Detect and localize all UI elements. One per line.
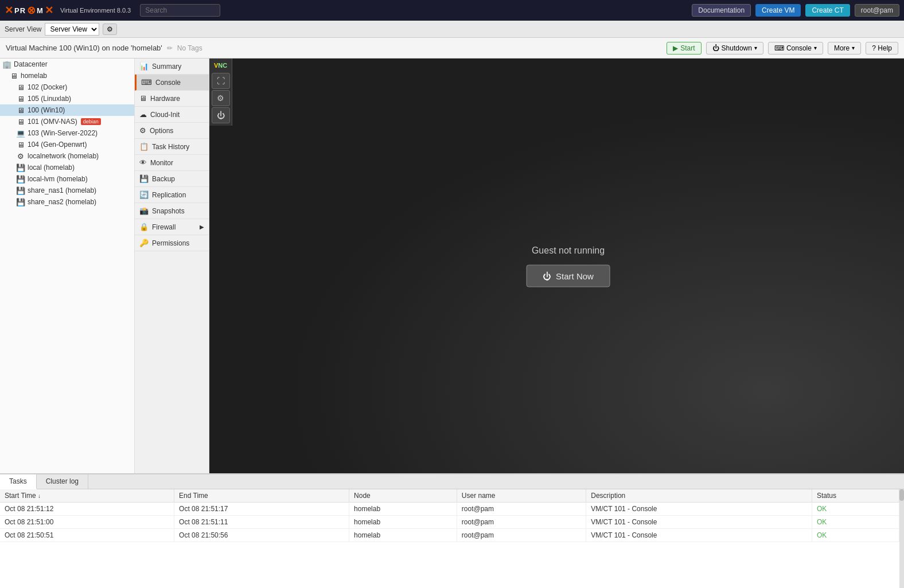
snapshots-icon: 📸	[139, 207, 149, 215]
nav-item-console[interactable]: ⌨ Console	[135, 75, 209, 91]
server-view-bar: Server View Server View ⚙	[0, 21, 904, 38]
fullscreen-icon: ⛶	[217, 76, 225, 85]
more-button[interactable]: More	[828, 42, 861, 54]
sidebar-item-105[interactable]: 🖥 105 (Linuxlab)	[0, 93, 134, 104]
console-area: VNC ⛶ ⚙ ⏻ Guest not running ⏻ Start Now	[209, 59, 904, 473]
vm-icon-104: 🖥	[16, 140, 25, 149]
cell-end-time: Oct 08 21:51:17	[174, 503, 349, 516]
task-table: Start Time ↓ End Time Node User name Des…	[0, 489, 899, 588]
logo-text2: M	[37, 6, 44, 15]
col-status[interactable]: Status	[812, 489, 899, 503]
sort-icon: ↓	[38, 493, 41, 499]
share-nas2-icon: 💾	[16, 197, 25, 207]
power-icon: ⏻	[217, 111, 225, 120]
homelab-icon: 🖥	[9, 71, 18, 80]
start-now-button[interactable]: ⏻ Start Now	[526, 264, 610, 287]
bottom-tabs: Tasks Cluster log	[0, 474, 904, 489]
chevron-right-icon: ▶	[200, 224, 204, 230]
cell-end-time: Oct 08 21:51:11	[174, 516, 349, 529]
sidebar-item-homelab[interactable]: 🖥 homelab	[0, 70, 134, 81]
nav-item-firewall[interactable]: 🔒 Firewall ▶	[135, 219, 209, 235]
body-split: 🏢 Datacenter 🖥 homelab 🖥 102 (Docker) 🖥 …	[0, 59, 904, 473]
nav-item-monitor[interactable]: 👁 Monitor	[135, 155, 209, 171]
logo: ✕ PR ⊗ M ✕	[5, 4, 53, 17]
help-icon: ?	[872, 44, 876, 52]
cell-node: homelab	[349, 516, 457, 529]
sidebar-item-local[interactable]: 💾 local (homelab)	[0, 162, 134, 173]
gear-icon: ⚙	[217, 94, 224, 103]
help-button[interactable]: ? Help	[866, 42, 898, 54]
localnetwork-icon: ⚙	[16, 151, 25, 161]
col-node[interactable]: Node	[349, 489, 457, 503]
table-row[interactable]: Oct 08 21:50:51 Oct 08 21:50:56 homelab …	[0, 529, 899, 542]
sidebar-item-100[interactable]: 🖥 100 (Win10)	[0, 104, 134, 116]
vm-icon-100: 🖥	[16, 106, 25, 115]
sidebar-item-share-nas2[interactable]: 💾 share_nas2 (homelab)	[0, 196, 134, 208]
tab-tasks[interactable]: Tasks	[0, 474, 37, 489]
cell-user: root@pam	[457, 503, 586, 516]
search-input[interactable]	[140, 4, 220, 17]
vm-title: Virtual Machine 100 (Win10) on node 'hom…	[6, 44, 162, 52]
task-history-icon: 📋	[139, 142, 149, 151]
vnc-nc-label: NC	[218, 62, 227, 69]
vnc-toolbar: VNC ⛶ ⚙ ⏻	[209, 59, 232, 126]
vm-title-bar: Virtual Machine 100 (Win10) on node 'hom…	[0, 38, 904, 59]
logo-ox2: ✕	[45, 4, 53, 17]
table-row[interactable]: Oct 08 21:51:12 Oct 08 21:51:17 homelab …	[0, 503, 899, 516]
nav-panel: 📊 Summary ⌨ Console 🖥 Hardware ☁ Cloud-I…	[135, 59, 209, 473]
guest-status-text: Guest not running	[526, 245, 610, 255]
local-icon: 💾	[16, 163, 25, 172]
cell-status: OK	[812, 503, 899, 516]
vnc-settings-button[interactable]: ⚙	[212, 90, 230, 106]
nav-item-permissions[interactable]: 🔑 Permissions	[135, 235, 209, 251]
col-end-time[interactable]: End Time	[174, 489, 349, 503]
nav-item-backup[interactable]: 💾 Backup	[135, 171, 209, 187]
nav-item-summary[interactable]: 📊 Summary	[135, 59, 209, 75]
nav-item-replication[interactable]: 🔄 Replication	[135, 187, 209, 203]
nav-item-snapshots[interactable]: 📸 Snapshots	[135, 203, 209, 219]
power-icon: ⏻	[712, 44, 719, 52]
create-vm-button[interactable]: Create VM	[755, 4, 801, 17]
server-view-select[interactable]: Server View	[45, 23, 99, 36]
tab-cluster-log[interactable]: Cluster log	[37, 474, 88, 489]
start-now-power-icon: ⏻	[543, 271, 551, 281]
table-row[interactable]: Oct 08 21:51:00 Oct 08 21:51:11 homelab …	[0, 516, 899, 529]
version-label: Virtual Environment 8.0.3	[60, 7, 131, 14]
options-icon: ⚙	[139, 126, 146, 135]
server-view-label: Server View	[5, 25, 41, 33]
col-start-time[interactable]: Start Time ↓	[0, 489, 174, 503]
nav-item-task-history[interactable]: 📋 Task History	[135, 139, 209, 155]
sidebar-item-local-lvm[interactable]: 💾 local-lvm (homelab)	[0, 173, 134, 185]
documentation-button[interactable]: Documentation	[692, 4, 751, 17]
create-ct-button[interactable]: Create CT	[805, 4, 850, 17]
shutdown-button[interactable]: ⏻ Shutdown	[706, 42, 763, 54]
vm-icon-105: 🖥	[16, 94, 25, 103]
terminal-icon: ⌨	[774, 44, 784, 52]
sidebar-item-datacenter[interactable]: 🏢 Datacenter	[0, 59, 134, 70]
sidebar-item-103[interactable]: 💻 103 (Win-Server-2022)	[0, 127, 134, 139]
sidebar-item-localnetwork[interactable]: ⚙ localnetwork (homelab)	[0, 150, 134, 162]
nav-item-cloud-init[interactable]: ☁ Cloud-Init	[135, 107, 209, 123]
user-menu-button[interactable]: root@pam	[855, 4, 899, 17]
debian-badge: debian	[81, 118, 101, 125]
col-user[interactable]: User name	[457, 489, 586, 503]
gear-button[interactable]: ⚙	[103, 24, 117, 35]
cell-start-time: Oct 08 21:51:12	[0, 503, 174, 516]
sidebar-item-share-nas1[interactable]: 💾 share_nas1 (homelab)	[0, 185, 134, 196]
col-description[interactable]: Description	[586, 489, 812, 503]
play-icon: ▶	[673, 44, 678, 52]
sidebar-item-102[interactable]: 🖥 102 (Docker)	[0, 81, 134, 93]
scroll-indicator[interactable]	[899, 489, 904, 588]
console-button[interactable]: ⌨ Console	[768, 42, 823, 54]
cell-description: VM/CT 101 - Console	[586, 503, 812, 516]
nav-item-hardware[interactable]: 🖥 Hardware	[135, 91, 209, 107]
nav-item-options[interactable]: ⚙ Options	[135, 123, 209, 139]
scroll-handle[interactable]	[899, 489, 904, 501]
sidebar-item-104[interactable]: 🖥 104 (Gen-Openwrt)	[0, 139, 134, 150]
start-button[interactable]: ▶ Start	[667, 42, 701, 54]
vnc-fullscreen-button[interactable]: ⛶	[212, 73, 230, 89]
cell-description: VM/CT 101 - Console	[586, 516, 812, 529]
vnc-power-button[interactable]: ⏻	[212, 107, 230, 123]
summary-icon: 📊	[139, 62, 149, 71]
sidebar-item-101[interactable]: 🖥 101 (OMV-NAS) debian	[0, 116, 134, 127]
